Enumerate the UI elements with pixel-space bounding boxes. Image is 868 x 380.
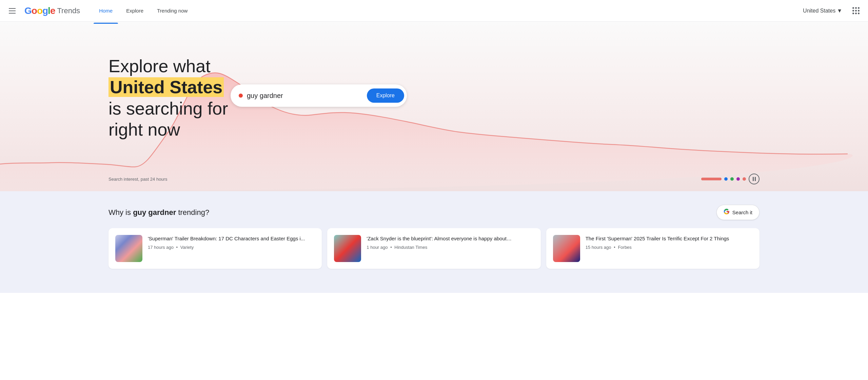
search-box-container: Explore	[231, 84, 407, 107]
nav-home[interactable]: Home	[94, 5, 118, 16]
google-logo: Google	[24, 5, 55, 16]
country-label: United States	[803, 8, 835, 14]
google-search-icon	[724, 208, 730, 216]
article-meta-3: 15 hours ago • Forbes	[586, 245, 753, 250]
trending-header: Why is guy gardner trending? Search it	[108, 205, 760, 220]
article-thumb-1	[115, 235, 142, 262]
article-thumb-2	[334, 235, 361, 262]
chart-dot-4[interactable]	[743, 177, 746, 181]
hero-content: Explore what United States is searching …	[108, 56, 228, 154]
explore-button[interactable]: Explore	[367, 88, 404, 103]
article-source-2: Hindustan Times	[394, 245, 427, 250]
chart-label: Search interest, past 24 hours	[108, 177, 167, 182]
article-source-1: Variety	[180, 245, 194, 250]
header: Google Trends Home Explore Trending now …	[0, 0, 868, 22]
article-content-2: 'Zack Snyder is the blueprint': Almost e…	[367, 235, 534, 250]
header-left: Google Trends	[5, 4, 80, 18]
search-box: Explore	[231, 84, 407, 107]
pause-button[interactable]	[749, 174, 760, 184]
trending-section: Why is guy gardner trending? Search it '…	[0, 191, 868, 293]
country-selector[interactable]: United States ▼	[799, 5, 846, 17]
hero-line2: is searching for	[108, 99, 228, 118]
article-time-1: 17 hours ago	[148, 245, 174, 250]
chart-dot-1[interactable]	[724, 177, 728, 181]
article-time-2: 1 hour ago	[367, 245, 388, 250]
chart-bar-indicator[interactable]	[701, 178, 722, 180]
nav-trending[interactable]: Trending now	[152, 5, 193, 16]
article-content-1: 'Superman' Trailer Breakdown: 17 DC Char…	[148, 235, 315, 250]
trending-suffix: trending?	[176, 208, 209, 217]
hero-highlight: United States	[108, 77, 224, 97]
chevron-down-icon: ▼	[837, 8, 842, 14]
trending-term: guy gardner	[133, 208, 176, 217]
header-right: United States ▼	[799, 4, 863, 18]
article-card-1[interactable]: 'Superman' Trailer Breakdown: 17 DC Char…	[108, 228, 322, 269]
article-meta-1: 17 hours ago • Variety	[148, 245, 315, 250]
search-dot-icon	[239, 94, 243, 98]
article-card-3[interactable]: The First 'Superman' 2025 Trailer Is Ter…	[546, 228, 760, 269]
article-title-1: 'Superman' Trailer Breakdown: 17 DC Char…	[148, 235, 315, 242]
article-title-2: 'Zack Snyder is the blueprint': Almost e…	[367, 235, 534, 242]
hero-section: Explore what United States is searching …	[0, 22, 868, 191]
logo-trends-text: Trends	[57, 6, 80, 15]
article-title-3: The First 'Superman' 2025 Trailer Is Ter…	[586, 235, 753, 242]
article-meta-2: 1 hour ago • Hindustan Times	[367, 245, 534, 250]
apps-icon[interactable]	[849, 4, 863, 18]
search-it-button[interactable]: Search it	[716, 205, 760, 220]
trending-title: Why is guy gardner trending?	[108, 208, 209, 217]
article-source-3: Forbes	[618, 245, 631, 250]
hero-line1: Explore what	[108, 56, 211, 76]
article-content-3: The First 'Superman' 2025 Trailer Is Ter…	[586, 235, 753, 250]
chart-dot-controls	[701, 174, 760, 184]
chart-indicators: Search interest, past 24 hours	[108, 174, 760, 184]
main-nav: Home Explore Trending now	[94, 5, 193, 16]
search-it-label: Search it	[732, 209, 752, 215]
article-thumb-3	[553, 235, 580, 262]
hero-title: Explore what United States is searching …	[108, 56, 228, 140]
article-card-2[interactable]: 'Zack Snyder is the blueprint': Almost e…	[327, 228, 540, 269]
menu-icon[interactable]	[5, 4, 19, 18]
trending-prefix: Why is	[108, 208, 133, 217]
nav-explore[interactable]: Explore	[121, 5, 149, 16]
articles-grid: 'Superman' Trailer Breakdown: 17 DC Char…	[108, 228, 760, 269]
chart-dot-3[interactable]	[736, 177, 740, 181]
logo[interactable]: Google Trends	[24, 5, 80, 16]
chart-dot-2[interactable]	[730, 177, 734, 181]
article-time-3: 15 hours ago	[586, 245, 611, 250]
pause-icon	[753, 177, 756, 181]
search-input[interactable]	[247, 92, 363, 100]
hero-line3: right now	[108, 120, 180, 139]
